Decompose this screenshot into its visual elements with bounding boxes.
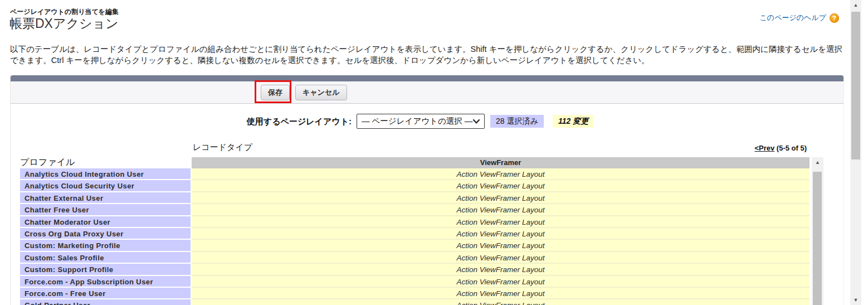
table-row: Custom: Support Profile Action ViewFrame… [19, 264, 810, 275]
selected-option-label: — ページレイアウトの選択 — [362, 116, 472, 127]
layout-cell[interactable]: Action ViewFramer Layout [192, 204, 810, 216]
profile-cell[interactable]: Custom: Support Profile [19, 264, 192, 275]
layout-cell[interactable]: Action ViewFramer Layout [192, 288, 810, 299]
page-layout-select[interactable]: — ページレイアウトの選択 — [357, 114, 485, 129]
page-scrollbar-thumb[interactable] [851, 12, 860, 159]
table-row: Analytics Cloud Security User Action Vie… [19, 180, 810, 192]
page-scrollbar[interactable]: ▲ ▼ [850, 0, 861, 305]
table-row: Chatter Moderator User Action ViewFramer… [19, 216, 810, 228]
chevron-down-icon [473, 119, 480, 124]
help-area: このページのヘルプ ? [760, 13, 839, 23]
pagination-range: (5-5 of 5) [777, 144, 807, 152]
column-header-viewframer[interactable]: ViewFramer [192, 157, 810, 168]
prev-page-link[interactable]: <Prev [754, 144, 774, 152]
layout-cell[interactable]: Action ViewFramer Layout [192, 216, 810, 228]
scroll-up-icon[interactable]: ▲ [812, 157, 823, 167]
table-header-row: ViewFramer [19, 157, 810, 168]
layout-cell[interactable]: Action ViewFramer Layout [192, 299, 810, 305]
profile-cell[interactable]: Chatter Free User [19, 204, 192, 216]
pagination: <Prev (5-5 of 5) [754, 144, 807, 152]
profile-cell[interactable]: Analytics Cloud Integration User [19, 168, 192, 180]
assignment-section: 保存 キャンセル 使用するページレイアウト: — ページレイアウトの選択 — 2… [10, 75, 844, 305]
table-row: Gold Partner User Action ViewFramer Layo… [19, 299, 810, 305]
assignment-table: ViewFramer Analytics Cloud Integration U… [19, 157, 810, 305]
table-row: Custom: Sales Profile Action ViewFramer … [19, 252, 810, 264]
layout-cell[interactable]: Action ViewFramer Layout [192, 252, 810, 264]
section-header-bar [11, 75, 843, 81]
layout-cell[interactable]: Action ViewFramer Layout [192, 240, 810, 251]
profile-cell[interactable]: Custom: Sales Profile [19, 252, 192, 264]
layout-cell[interactable]: Action ViewFramer Layout [192, 192, 810, 204]
save-button[interactable]: 保存 [261, 85, 290, 100]
table-row: Force.com - Free User Action ViewFramer … [19, 288, 810, 299]
help-link[interactable]: このページのヘルプ [760, 13, 826, 23]
changed-count-badge: 112 変更 [553, 115, 594, 128]
page-title: 帳票DXアクション [9, 15, 119, 32]
page-layout-assignment-page: ページレイアウトの割り当てを編集 帳票DXアクション このページのヘルプ ? 以… [0, 0, 868, 305]
scroll-up-icon[interactable]: ▲ [850, 0, 861, 10]
table-row: Custom: Marketing Profile Action ViewFra… [19, 240, 810, 251]
profile-cell[interactable]: Gold Partner User [19, 299, 192, 305]
profile-header-spacer [19, 157, 192, 168]
layout-cell[interactable]: Action ViewFramer Layout [192, 264, 810, 275]
profile-cell[interactable]: Chatter Moderator User [19, 216, 192, 228]
table-scrollbar[interactable]: ▲ [812, 157, 823, 305]
table-scrollbar-thumb[interactable] [813, 172, 822, 305]
table-row: Chatter External User Action ViewFramer … [19, 192, 810, 204]
profile-cell[interactable]: Cross Org Data Proxy User [19, 228, 192, 240]
record-type-label: レコードタイプ [193, 142, 252, 153]
profile-cell[interactable]: Force.com - Free User [19, 288, 192, 299]
page-description: 以下のテーブルは、レコードタイプとプロファイルの組み合わせごとに割り当てられたペ… [10, 44, 844, 66]
profile-cell[interactable]: Chatter External User [19, 192, 192, 204]
selected-count-badge: 28 選択済み [490, 115, 544, 128]
profile-cell[interactable]: Force.com - App Subscription User [19, 276, 192, 288]
help-icon[interactable]: ? [830, 13, 839, 23]
table-row: Cross Org Data Proxy User Action ViewFra… [19, 228, 810, 240]
layout-cell[interactable]: Action ViewFramer Layout [192, 228, 810, 240]
layout-cell[interactable]: Action ViewFramer Layout [192, 276, 810, 288]
table-row: Force.com - App Subscription User Action… [19, 276, 810, 288]
button-toolbar: 保存 キャンセル [11, 81, 843, 104]
table-row: Analytics Cloud Integration User Action … [19, 168, 810, 180]
cancel-button[interactable]: キャンセル [295, 85, 347, 100]
layout-cell[interactable]: Action ViewFramer Layout [192, 168, 810, 180]
scroll-down-icon[interactable]: ▼ [850, 295, 861, 305]
layout-cell[interactable]: Action ViewFramer Layout [192, 180, 810, 192]
table-row: Chatter Free User Action ViewFramer Layo… [19, 204, 810, 216]
layout-picker-label: 使用するページレイアウト: [11, 117, 352, 127]
profile-cell[interactable]: Custom: Marketing Profile [19, 240, 192, 251]
profile-cell[interactable]: Analytics Cloud Security User [19, 180, 192, 192]
